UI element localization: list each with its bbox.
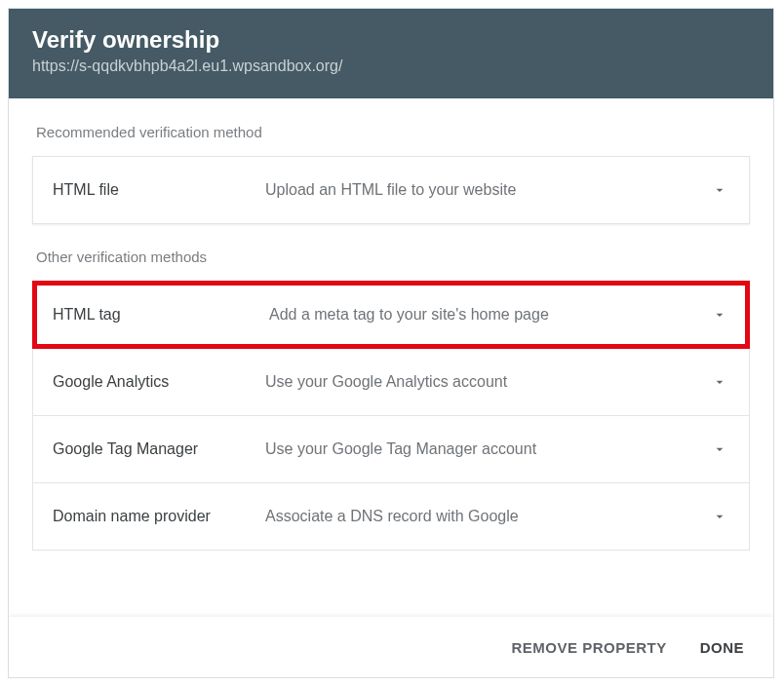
dialog-content: Recommended verification method HTML fil… <box>9 98 773 617</box>
verify-ownership-dialog: Verify ownership https://s-qqdkvbhpb4a2l… <box>8 8 774 678</box>
method-name: HTML tag <box>53 306 269 324</box>
dialog-title: Verify ownership <box>32 26 750 54</box>
recommended-methods: HTML file Upload an HTML file to your we… <box>32 156 750 224</box>
method-domain-name-provider[interactable]: Domain name provider Associate a DNS rec… <box>32 482 750 551</box>
method-desc: Use your Google Tag Manager account <box>265 440 710 458</box>
dialog-footer: REMOVE PROPERTY DONE <box>9 617 773 677</box>
method-desc: Use your Google Analytics account <box>265 373 710 391</box>
method-desc: Upload an HTML file to your website <box>265 181 710 199</box>
chevron-down-icon <box>710 305 729 324</box>
other-methods: HTML tag Add a meta tag to your site's h… <box>32 281 750 551</box>
chevron-down-icon <box>710 372 729 392</box>
chevron-down-icon <box>710 180 729 200</box>
method-html-file[interactable]: HTML file Upload an HTML file to your we… <box>32 156 750 224</box>
method-html-tag[interactable]: HTML tag Add a meta tag to your site's h… <box>32 281 750 349</box>
method-google-tag-manager[interactable]: Google Tag Manager Use your Google Tag M… <box>32 415 750 483</box>
method-desc: Associate a DNS record with Google <box>265 508 710 525</box>
remove-property-button[interactable]: REMOVE PROPERTY <box>509 635 668 660</box>
method-name: HTML file <box>53 181 265 199</box>
method-name: Google Tag Manager <box>53 440 265 458</box>
done-button[interactable]: DONE <box>698 635 746 660</box>
other-section-label: Other verification methods <box>32 223 750 281</box>
dialog-header: Verify ownership https://s-qqdkvbhpb4a2l… <box>9 9 773 98</box>
method-name: Google Analytics <box>53 373 265 391</box>
chevron-down-icon <box>710 439 729 459</box>
method-desc: Add a meta tag to your site's home page <box>269 306 710 324</box>
chevron-down-icon <box>710 507 729 526</box>
property-url: https://s-qqdkvbhpb4a2l.eu1.wpsandbox.or… <box>32 57 750 75</box>
method-google-analytics[interactable]: Google Analytics Use your Google Analyti… <box>32 348 750 416</box>
recommended-section-label: Recommended verification method <box>32 98 750 156</box>
method-name: Domain name provider <box>53 508 265 525</box>
